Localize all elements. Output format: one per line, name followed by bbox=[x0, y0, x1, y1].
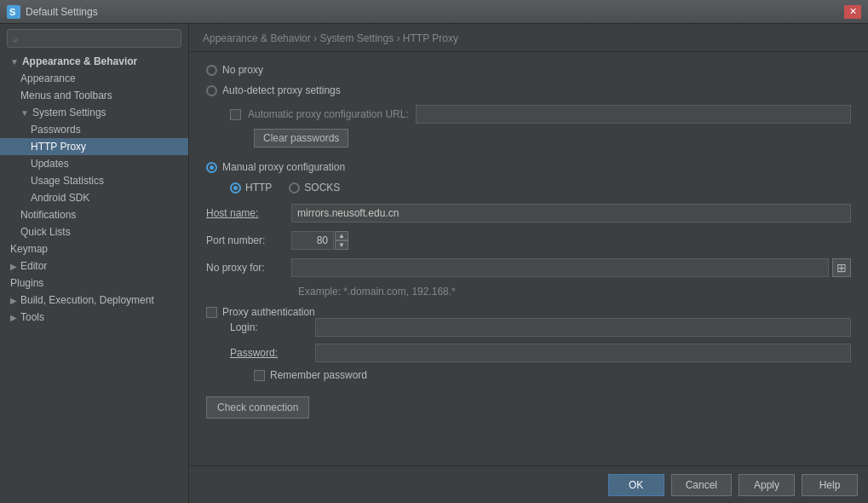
apply-button[interactable]: Apply bbox=[739, 474, 795, 496]
title-bar: S Default Settings ✕ bbox=[0, 0, 868, 24]
svg-text:S: S bbox=[9, 7, 15, 17]
sidebar-item-tools[interactable]: ▶ Tools bbox=[0, 309, 188, 326]
breadcrumb: Appearance & Behavior › System Settings … bbox=[189, 24, 868, 52]
no-proxy-for-row: No proxy for: ⊞ bbox=[206, 258, 851, 277]
sidebar-item-label: HTTP Proxy bbox=[31, 141, 86, 153]
app-icon: S bbox=[7, 5, 20, 19]
sidebar-item-label: Quick Lists bbox=[20, 226, 71, 238]
port-increment-button[interactable]: ▲ bbox=[335, 231, 348, 240]
login-label: Login: bbox=[230, 321, 315, 333]
sidebar-item-label: Appearance bbox=[20, 72, 76, 84]
hostname-row: Host name: bbox=[206, 204, 851, 223]
sidebar-item-label: Notifications bbox=[20, 209, 76, 221]
auto-config-checkbox[interactable] bbox=[230, 109, 241, 120]
breadcrumb-sep2: › bbox=[396, 32, 402, 44]
sidebar-item-label: Menus and Toolbars bbox=[20, 90, 112, 101]
breadcrumb-part2: System Settings bbox=[319, 32, 394, 44]
search-box[interactable]: ⌕ bbox=[7, 29, 181, 48]
manual-proxy-radio[interactable] bbox=[206, 162, 217, 173]
socks-radio[interactable] bbox=[289, 182, 300, 194]
password-input[interactable] bbox=[315, 344, 851, 362]
no-proxy-for-label: No proxy for: bbox=[206, 262, 291, 274]
hostname-input[interactable] bbox=[291, 204, 851, 223]
http-radio[interactable] bbox=[230, 182, 241, 194]
cancel-button[interactable]: Cancel bbox=[671, 474, 732, 496]
sidebar-item-appearance[interactable]: Appearance bbox=[0, 70, 188, 87]
password-label: Password: bbox=[230, 347, 315, 359]
sidebar-item-android-sdk[interactable]: Android SDK bbox=[0, 189, 188, 206]
sidebar-item-label: Android SDK bbox=[31, 192, 89, 204]
search-input[interactable] bbox=[22, 32, 175, 44]
settings-content: No proxy Auto-detect proxy settings Auto… bbox=[189, 52, 868, 465]
sidebar-item-build-exec-deploy[interactable]: ▶ Build, Execution, Deployment bbox=[0, 292, 188, 309]
proxy-auth-checkbox[interactable] bbox=[206, 307, 217, 318]
port-decrement-button[interactable]: ▼ bbox=[335, 240, 348, 250]
http-option: HTTP bbox=[230, 182, 272, 194]
sidebar-item-system-settings[interactable]: ▼ System Settings bbox=[0, 104, 188, 121]
login-input[interactable] bbox=[315, 318, 851, 337]
no-proxy-for-input[interactable] bbox=[291, 258, 829, 277]
no-proxy-label[interactable]: No proxy bbox=[222, 64, 263, 76]
sidebar-item-label: Tools bbox=[20, 311, 44, 323]
help-button[interactable]: Help bbox=[802, 474, 858, 496]
expand-arrow-icon: ▶ bbox=[10, 262, 17, 271]
sidebar: ⌕ ▼ Appearance & Behavior Appearance Men… bbox=[0, 24, 189, 503]
sidebar-item-label: Plugins bbox=[10, 277, 43, 289]
main-container: ⌕ ▼ Appearance & Behavior Appearance Men… bbox=[0, 24, 868, 503]
close-button[interactable]: ✕ bbox=[844, 5, 861, 19]
http-socks-row: HTTP SOCKS bbox=[230, 182, 851, 194]
sidebar-item-plugins[interactable]: Plugins bbox=[0, 275, 188, 292]
sidebar-item-label: Build, Execution, Deployment bbox=[20, 294, 154, 306]
breadcrumb-part1: Appearance & Behavior bbox=[203, 32, 311, 44]
socks-option: SOCKS bbox=[289, 182, 340, 194]
sidebar-item-quick-lists[interactable]: Quick Lists bbox=[0, 223, 188, 240]
http-label[interactable]: HTTP bbox=[245, 182, 272, 194]
expand-arrow-icon: ▼ bbox=[20, 108, 29, 118]
expand-no-proxy-button[interactable]: ⊞ bbox=[832, 258, 851, 277]
example-text: Example: *.domain.com, 192.168.* bbox=[298, 286, 851, 298]
auto-config-url-input[interactable] bbox=[416, 105, 851, 124]
url-row: Automatic proxy configuration URL: bbox=[230, 105, 851, 124]
sidebar-item-editor[interactable]: ▶ Editor bbox=[0, 257, 188, 275]
auto-detect-row: Auto-detect proxy settings bbox=[206, 84, 851, 96]
sidebar-item-label: Editor bbox=[20, 260, 47, 272]
auto-config-url-label: Automatic proxy configuration URL: bbox=[248, 108, 409, 120]
expand-arrow-icon: ▶ bbox=[10, 296, 17, 305]
ok-button[interactable]: OK bbox=[608, 474, 664, 496]
sidebar-item-label: Passwords bbox=[31, 124, 81, 136]
login-row: Login: bbox=[230, 318, 851, 337]
window-title: Default Settings bbox=[26, 6, 844, 18]
no-proxy-row: No proxy bbox=[206, 64, 851, 76]
remember-password-label[interactable]: Remember password bbox=[270, 369, 367, 381]
port-input[interactable] bbox=[291, 231, 334, 250]
content-area: Appearance & Behavior › System Settings … bbox=[189, 24, 868, 503]
remember-password-checkbox[interactable] bbox=[254, 370, 265, 381]
spin-buttons: ▲ ▼ bbox=[335, 231, 348, 250]
sidebar-item-updates[interactable]: Updates bbox=[0, 155, 188, 172]
sidebar-item-http-proxy[interactable]: HTTP Proxy bbox=[0, 138, 188, 155]
socks-label[interactable]: SOCKS bbox=[304, 182, 340, 194]
remember-password-row: Remember password bbox=[254, 369, 851, 381]
auto-config-section: Automatic proxy configuration URL: Clear… bbox=[206, 105, 851, 156]
check-connection-button[interactable]: Check connection bbox=[206, 396, 309, 419]
sidebar-item-passwords[interactable]: Passwords bbox=[0, 121, 188, 138]
sidebar-item-menus-toolbars[interactable]: Menus and Toolbars bbox=[0, 87, 188, 104]
sidebar-item-keymap[interactable]: Keymap bbox=[0, 240, 188, 257]
auto-detect-radio[interactable] bbox=[206, 85, 217, 96]
sidebar-item-appearance-behavior[interactable]: ▼ Appearance & Behavior bbox=[0, 53, 188, 70]
bottom-bar: OK Cancel Apply Help bbox=[189, 465, 868, 503]
breadcrumb-part3: HTTP Proxy bbox=[403, 32, 458, 44]
sidebar-item-label: Keymap bbox=[10, 243, 48, 255]
sidebar-item-notifications[interactable]: Notifications bbox=[0, 206, 188, 223]
no-proxy-radio[interactable] bbox=[206, 65, 217, 76]
sidebar-item-label: Updates bbox=[31, 158, 69, 170]
sidebar-item-usage-statistics[interactable]: Usage Statistics bbox=[0, 172, 188, 189]
auto-detect-label[interactable]: Auto-detect proxy settings bbox=[222, 84, 341, 96]
proxy-auth-label[interactable]: Proxy authentication bbox=[222, 306, 315, 318]
proxy-auth-row: Proxy authentication bbox=[206, 306, 851, 318]
expand-arrow-icon: ▼ bbox=[10, 57, 19, 66]
port-label: Port number: bbox=[206, 234, 291, 246]
clear-passwords-button[interactable]: Clear passwords bbox=[254, 129, 348, 147]
manual-proxy-label[interactable]: Manual proxy configuration bbox=[222, 161, 345, 173]
sidebar-item-label: System Settings bbox=[32, 107, 106, 119]
